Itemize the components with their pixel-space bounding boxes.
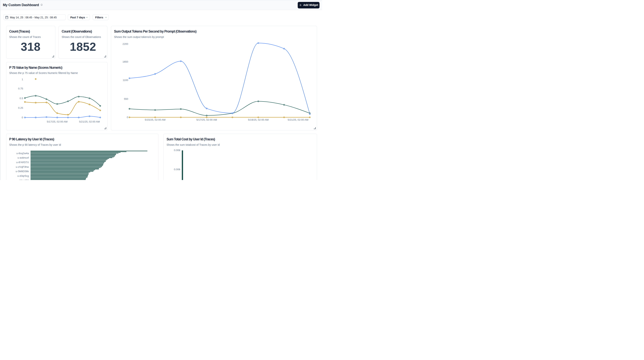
svg-text:u-tFAR5TX: u-tFAR5TX	[16, 161, 29, 164]
svg-text:u-8sq2w4a: u-8sq2w4a	[16, 152, 29, 155]
svg-text:5/17/25, 02:00 AM: 5/17/25, 02:00 AM	[47, 120, 67, 123]
svg-text:1650: 1650	[122, 61, 128, 63]
svg-text:550: 550	[124, 98, 128, 101]
svg-text:1: 1	[22, 78, 23, 81]
svg-text:0.5: 0.5	[20, 97, 23, 100]
svg-text:u-8fVa9T3: u-8fVa9T3	[17, 179, 29, 180]
svg-text:u-aobnuxf: u-aobnuxf	[18, 156, 29, 159]
svg-text:5/21/25, 02:00 AM: 5/21/25, 02:00 AM	[288, 119, 308, 121]
svg-text:0: 0	[22, 116, 23, 119]
svg-text:2200: 2200	[122, 43, 128, 46]
svg-text:0.25: 0.25	[18, 106, 23, 109]
svg-text:5/15/25, 02:00 AM: 5/15/25, 02:00 AM	[145, 119, 165, 121]
svg-text:5/17/25, 02:00 AM: 5/17/25, 02:00 AM	[196, 119, 217, 121]
svg-text:5/21/25, 02:00 AM: 5/21/25, 02:00 AM	[79, 120, 100, 123]
svg-text:0.006: 0.006	[174, 168, 180, 171]
svg-text:u-5M8D56k: u-5M8D56k	[16, 170, 29, 173]
svg-text:u-zVqP3hw: u-zVqP3hw	[16, 165, 29, 168]
svg-text:0.008: 0.008	[174, 149, 180, 152]
svg-text:u-d3qr5cg: u-d3qr5cg	[17, 174, 29, 177]
svg-text:1100: 1100	[123, 79, 128, 82]
svg-text:5/19/25, 02:00 AM: 5/19/25, 02:00 AM	[248, 119, 268, 121]
svg-text:0.75: 0.75	[18, 87, 23, 90]
svg-text:0: 0	[127, 116, 128, 119]
